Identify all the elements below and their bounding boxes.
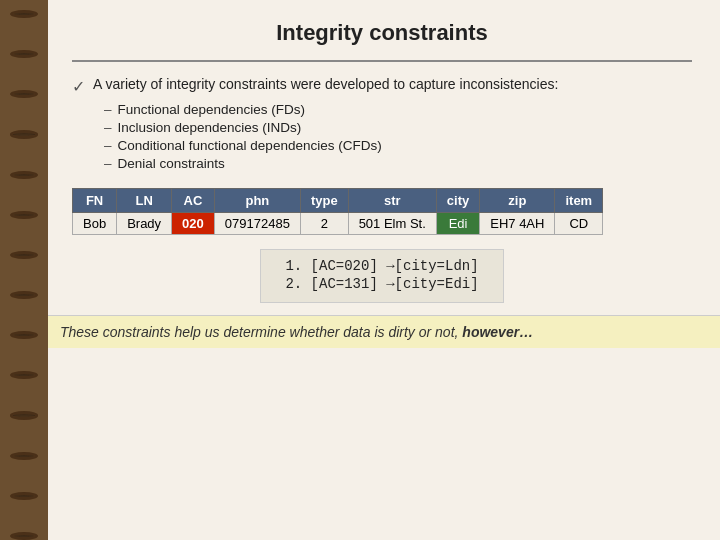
cell-str: 501 Elm St. [348,213,436,235]
spiral-hole [10,291,38,299]
col-item: item [555,189,603,213]
spiral-hole [10,492,38,500]
table-row: Bob Brady 020 079172485 2 501 Elm St. Ed… [73,213,603,235]
col-zip: zip [480,189,555,213]
dash-icon: – [104,102,112,117]
spiral-binding [0,0,48,540]
cell-zip: EH7 4AH [480,213,555,235]
main-bullet-text: A variety of integrity constraints were … [93,76,558,92]
sub-bullet-3: – Conditional functional dependencies (C… [104,138,692,153]
spiral-hole [10,532,38,540]
bullet-section: ✓ A variety of integrity constraints wer… [72,76,692,174]
spiral-hole [10,251,38,259]
col-ln: LN [117,189,172,213]
col-fn: FN [73,189,117,213]
slide-content: Integrity constraints ✓ A variety of int… [48,0,720,540]
spiral-hole [10,331,38,339]
footer-text: These constraints help us determine whet… [60,324,458,340]
spiral-hole [10,371,38,379]
cell-city: Edi [436,213,479,235]
spiral-hole [10,10,38,18]
footer-however: however… [458,324,533,340]
cell-type: 2 [300,213,348,235]
inference-1: 1. [AC=020] →[city=Ldn] [285,258,478,274]
cell-fn: Bob [73,213,117,235]
col-ac: AC [172,189,215,213]
col-city: city [436,189,479,213]
data-table: FN LN AC phn type str city zip item Bob … [72,188,603,235]
footer-bar: These constraints help us determine whet… [48,315,720,348]
cell-ln: Brady [117,213,172,235]
divider [72,60,692,62]
spiral-hole [10,50,38,58]
cell-ac: 020 [172,213,215,235]
spiral-hole [10,411,38,419]
dash-icon: – [104,120,112,135]
spiral-hole [10,211,38,219]
dash-icon: – [104,156,112,171]
main-bullet: ✓ A variety of integrity constraints wer… [72,76,692,96]
cell-phn: 079172485 [214,213,300,235]
col-phn: phn [214,189,300,213]
spiral-hole [10,130,38,138]
table-section: FN LN AC phn type str city zip item Bob … [72,188,692,235]
sub-bullet-4: – Denial constraints [104,156,692,171]
spiral-hole [10,171,38,179]
inference-2: 2. [AC=131] →[city=Edi] [285,276,478,292]
sub-bullets: – Functional dependencies (FDs) – Inclus… [104,102,692,171]
sub-bullet-1: – Functional dependencies (FDs) [104,102,692,117]
spiral-hole [10,452,38,460]
checkmark-icon: ✓ [72,77,85,96]
dash-icon: – [104,138,112,153]
inferences-box: 1. [AC=020] →[city=Ldn] 2. [AC=131] →[ci… [260,249,503,303]
slide-title: Integrity constraints [72,20,692,46]
sub-bullet-2: – Inclusion dependencies (INDs) [104,120,692,135]
col-type: type [300,189,348,213]
cell-item: CD [555,213,603,235]
table-header-row: FN LN AC phn type str city zip item [73,189,603,213]
col-str: str [348,189,436,213]
spiral-hole [10,90,38,98]
